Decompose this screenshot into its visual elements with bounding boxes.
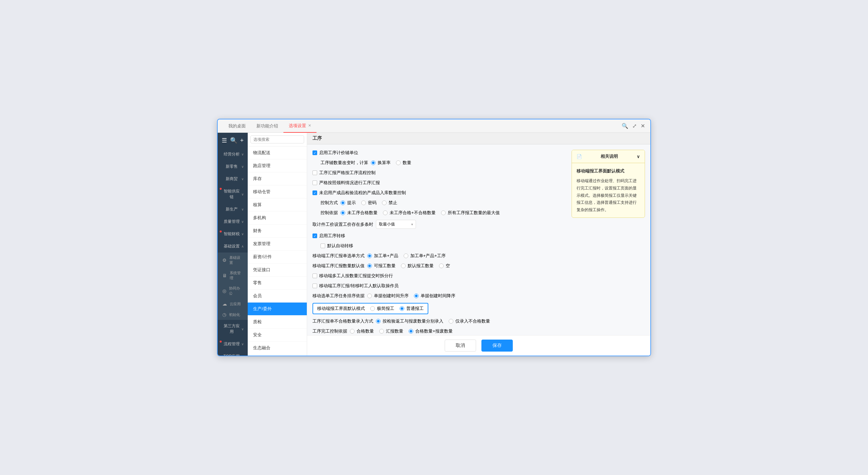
- sidebar-item-zhinengcaishui[interactable]: 智能财税 ∨: [218, 228, 248, 240]
- menu-item-help[interactable]: ❓ 帮助: [248, 354, 307, 355]
- radio-hege-shuliang[interactable]: 合格数量: [350, 328, 374, 334]
- radio-kong[interactable]: 空: [439, 263, 450, 269]
- menu-item-lingshou[interactable]: 零售: [248, 276, 307, 290]
- sidebar-item-topapplication[interactable]: TOP应用 ∨: [218, 350, 248, 355]
- save-button[interactable]: 保存: [482, 340, 513, 351]
- info-header-title: 相关说明: [600, 154, 618, 160]
- radio-group-unqualified: 按检验返工与报废数量分别录入 仅录入不合格数量: [376, 318, 490, 324]
- menu-item-yidongcanguan[interactable]: 移动仓管: [248, 185, 307, 199]
- setting-enable-transfer: ✓ 启用工序转移: [312, 233, 566, 239]
- setting-mobile-default-operator: 移动端工序汇报/转移时工人默认取操作员: [312, 283, 566, 289]
- tab-close-icon[interactable]: ✕: [308, 124, 311, 128]
- menu-item-huiyuan[interactable]: 会员: [248, 290, 307, 303]
- radio-weigongxuhege-buhege[interactable]: 未工序合格+不合格数量: [383, 210, 436, 216]
- sidebar-item-xinshangmao[interactable]: 新商贸 ∨: [218, 173, 248, 185]
- sidebar-item-jingyingfenxi[interactable]: 经营分析 ∨: [218, 148, 248, 161]
- radio-huibao-shuliang[interactable]: 汇报数量: [379, 328, 403, 334]
- radio-huansuanlv[interactable]: 换算率: [371, 160, 391, 166]
- sidebar-search-icon[interactable]: 🔍: [230, 137, 237, 144]
- sidebar-item-liuchengguanli[interactable]: 流程管理 ∨: [218, 338, 248, 350]
- setting-control-method: 控制方式 提示 密码 禁止: [312, 200, 566, 206]
- setting-mobile-report-single: 移动端工序汇报单选单方式 加工单+产品 加工单+产品+工序: [312, 253, 566, 259]
- radio-tishi[interactable]: 提示: [341, 200, 356, 206]
- radio-suoyou-zuida[interactable]: 所有工序报工数量的最大值: [441, 210, 500, 216]
- sidebar-sub-chushihua[interactable]: ◷ 初始化: [218, 309, 248, 320]
- search-input[interactable]: [250, 135, 304, 143]
- menu-item-kucun[interactable]: 库存: [248, 172, 307, 185]
- info-card-title: 移动端报工界面默认模式: [577, 167, 640, 175]
- radio-jiangxu[interactable]: 单据创建时间降序: [414, 293, 455, 299]
- radio-jijian-baogong[interactable]: 极简报工: [370, 306, 394, 311]
- checkbox-label-strict-material[interactable]: 严格按照领料情况进行工序汇报: [312, 180, 380, 186]
- cancel-button[interactable]: 取消: [445, 340, 476, 351]
- sidebar: ☰ 🔍 + 经营分析 ∨ 新零售 ∨ 新商贸 ∨ 智能供应链 ∨: [218, 133, 248, 355]
- sidebar-item-xinshengchan[interactable]: 新生产 ∨: [218, 203, 248, 215]
- radio-fenzhi-luru[interactable]: 按检验返工与报废数量分别录入: [376, 318, 443, 324]
- checkbox-enable-price-unit[interactable]: ✓: [312, 150, 317, 155]
- menu-item-paodianquanli[interactable]: 跑店管理: [248, 160, 307, 172]
- sidebar-sub-xietongbangong[interactable]: ◎ 协同办公: [218, 283, 248, 299]
- checkbox-default-operator[interactable]: [312, 283, 317, 288]
- menu-item-hesuan[interactable]: 核算: [248, 199, 307, 211]
- menu-item-shengchanweiwai[interactable]: 生产/委外: [248, 303, 307, 315]
- menu-item-pingzhengjiekou[interactable]: 凭证接口: [248, 264, 307, 276]
- checkbox-label-enable-transfer[interactable]: ✓ 启用工序转移: [312, 233, 345, 239]
- sidebar-item-zhiliangguanli[interactable]: 质量管理 ∨: [218, 215, 248, 228]
- menu-list: 物流配送 跑店管理 库存 移动仓管 核算 多机构 财务 发票管理 薪资/计件 凭…: [248, 146, 307, 355]
- checkbox-label-multi-person[interactable]: 移动端多工人按数量汇报提交时拆分行: [312, 273, 393, 279]
- settings-icon: ⚙: [222, 258, 227, 263]
- search-icon[interactable]: 🔍: [622, 123, 628, 129]
- radio-jiagondan-chanpin[interactable]: 加工单+产品: [367, 253, 398, 259]
- checkbox-uninspected[interactable]: ✓: [312, 191, 317, 195]
- checkbox-auto-transfer[interactable]: [320, 243, 325, 248]
- checkbox-enable-transfer[interactable]: ✓: [312, 234, 317, 238]
- sidebar-item-xinlingshou[interactable]: 新零售 ∨: [218, 161, 248, 173]
- page-title: 工序: [312, 135, 322, 141]
- menu-item-anquan[interactable]: 安全: [248, 329, 307, 342]
- sidebar-item-zhinenggongyinglian[interactable]: 智能供应链 ∨: [218, 185, 248, 203]
- radio-putong-baogong[interactable]: 普通报工: [400, 306, 424, 311]
- radio-hege-baofei[interactable]: 合格数量+报废数量: [409, 328, 453, 334]
- radio-shengxu[interactable]: 单据创建时间升序: [367, 293, 409, 299]
- radio-kebao-shuliang[interactable]: 可报工数量: [367, 263, 396, 269]
- checkbox-label-enable-price-unit[interactable]: ✓ 启用工序计价辅单位: [312, 150, 358, 156]
- radio-mima[interactable]: 密码: [361, 200, 377, 206]
- sidebar-sub-jichushezhi[interactable]: ⚙ 基础设置: [218, 252, 248, 268]
- radio-jinzhi[interactable]: 禁止: [382, 200, 397, 206]
- radio-moren-baogong[interactable]: 默认报工数量: [401, 263, 434, 269]
- close-icon[interactable]: ✕: [641, 123, 645, 129]
- checkbox-label-uninspected[interactable]: ✓ 未启用产成品检验流程的产成品入库数量控制: [312, 190, 406, 196]
- sidebar-item-jichushezhi[interactable]: 基础设置 ∧: [218, 240, 248, 252]
- menu-item-xinzijijian[interactable]: 薪资/计件: [248, 250, 307, 264]
- checkbox-label-strict-flow[interactable]: 工序汇报严格按工序流程控制: [312, 170, 376, 176]
- second-sidebar: 物流配送 跑店管理 库存 移动仓管 核算 多机构 财务 发票管理 薪资/计件 凭…: [248, 133, 307, 355]
- tab-my-desk[interactable]: 我的桌面: [223, 120, 251, 133]
- menu-item-zhijian[interactable]: 质检: [248, 315, 307, 329]
- menu-item-wuliupeisong[interactable]: 物流配送: [248, 146, 307, 160]
- sidebar-sub-yunyingyong[interactable]: ☁ 云应用: [218, 299, 248, 309]
- checkbox-label-auto-transfer[interactable]: 默认自动转移: [320, 243, 353, 249]
- min-value-dropdown[interactable]: 取最小值: [376, 220, 416, 229]
- checkbox-strict-flow[interactable]: [312, 170, 317, 175]
- menu-item-duojigou[interactable]: 多机构: [248, 211, 307, 225]
- sidebar-item-disanfangyingyong[interactable]: 第三方应用 ∨: [218, 320, 248, 338]
- checkbox-strict-material[interactable]: [312, 180, 317, 185]
- menu-item-shengtaironge[interactable]: 生态融合: [248, 342, 307, 354]
- setting-mobile-multi-person: 移动端多工人按数量汇报提交时拆分行: [312, 273, 566, 279]
- checkbox-label-default-operator[interactable]: 移动端工序汇报/转移时工人默认取操作员: [312, 283, 399, 289]
- info-collapse-icon[interactable]: ∨: [637, 154, 640, 159]
- radio-jiagondan-chanpin-gongxu[interactable]: 加工单+产品+工序: [404, 253, 446, 259]
- checkbox-multi-person[interactable]: [312, 274, 317, 278]
- menu-icon[interactable]: ☰: [222, 137, 227, 144]
- tab-new-features[interactable]: 新功能介绍: [251, 120, 283, 133]
- menu-item-caiwu[interactable]: 财务: [248, 225, 307, 238]
- radio-jilu-buhege[interactable]: 仅录入不合格数量: [449, 318, 490, 324]
- menu-item-fapiaoguanli[interactable]: 发票管理: [248, 238, 307, 250]
- expand-icon[interactable]: ⤢: [632, 123, 637, 129]
- add-icon[interactable]: +: [240, 137, 244, 144]
- tab-options[interactable]: 选项设置 ✕: [283, 120, 316, 133]
- radio-shuliang[interactable]: 数量: [396, 160, 411, 166]
- radio-weigongxuhege[interactable]: 未工序合格数量: [341, 210, 378, 216]
- radio-group-control-method: 提示 密码 禁止: [341, 200, 397, 206]
- sidebar-sub-xitongguanli[interactable]: 🖥 系统管理: [218, 268, 248, 283]
